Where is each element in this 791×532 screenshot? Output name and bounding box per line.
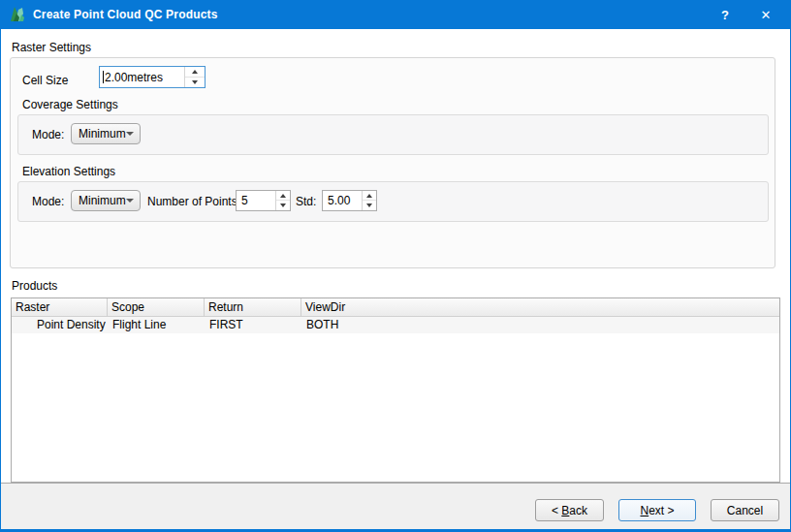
title-bar[interactable]: Create Point Cloud QC Products ? ✕ — [0, 0, 791, 29]
spin-up-button[interactable] — [363, 191, 376, 201]
arrow-up-icon — [192, 70, 198, 74]
cell-raster: Point Density — [12, 317, 108, 333]
spin-up-button[interactable] — [185, 67, 205, 78]
cell-size-label: Cell Size — [22, 74, 68, 87]
products-label: Products — [12, 279, 57, 293]
window-title: Create Point Cloud QC Products — [33, 0, 218, 29]
cancel-button[interactable]: Cancel — [711, 499, 779, 521]
cell-scope: Flight Line — [108, 317, 205, 333]
button-bar: < Back Next > Cancel — [0, 484, 791, 529]
cell-size-spinner — [184, 67, 205, 87]
products-table-header: Raster Scope Return ViewDir — [12, 298, 779, 317]
arrow-up-icon — [366, 194, 372, 198]
arrow-down-icon — [366, 203, 372, 207]
coverage-mode-label: Mode: — [32, 128, 64, 141]
raster-settings-group — [10, 57, 775, 268]
close-button[interactable]: ✕ — [744, 0, 787, 29]
std-input[interactable]: 5.00 — [322, 190, 377, 211]
spin-down-button[interactable] — [185, 78, 205, 88]
std-spinner — [362, 191, 376, 210]
chevron-down-icon — [126, 199, 134, 203]
next-button[interactable]: Next > — [618, 499, 696, 521]
raster-settings-label: Raster Settings — [12, 41, 91, 54]
cell-viewdir: BOTH — [301, 317, 779, 333]
std-label: Std: — [296, 195, 316, 208]
std-text: 5.00 — [323, 191, 362, 210]
number-of-points-text: 5 — [237, 191, 275, 210]
number-of-points-spinner — [275, 191, 290, 210]
arrow-down-icon — [192, 80, 198, 84]
elevation-settings-label: Elevation Settings — [22, 165, 115, 178]
spin-up-button[interactable] — [276, 191, 290, 201]
text-caret — [103, 71, 104, 83]
column-header-return[interactable]: Return — [205, 298, 301, 317]
close-icon: ✕ — [761, 8, 772, 22]
elevation-mode-value: Minimum — [79, 194, 126, 207]
coverage-settings-label: Coverage Settings — [22, 98, 118, 111]
column-header-scope[interactable]: Scope — [108, 298, 205, 317]
back-button[interactable]: < Back — [535, 499, 604, 521]
cell-size-input[interactable]: 2.00metres — [99, 66, 206, 88]
coverage-mode-dropdown[interactable]: Minimum — [71, 123, 141, 144]
arrow-up-icon — [280, 194, 286, 198]
app-icon — [8, 5, 27, 24]
column-header-raster[interactable]: Raster — [12, 298, 108, 317]
spin-down-button[interactable] — [276, 201, 290, 210]
arrow-down-icon — [280, 203, 286, 207]
table-row[interactable]: Point Density Flight Line FIRST BOTH — [12, 317, 779, 333]
create-point-cloud-qc-dialog: Create Point Cloud QC Products ? ✕ Raste… — [0, 0, 791, 532]
help-button[interactable]: ? — [708, 0, 743, 29]
spin-down-button[interactable] — [363, 201, 376, 210]
number-of-points-input[interactable]: 5 — [236, 190, 291, 211]
column-header-viewdir[interactable]: ViewDir — [301, 298, 779, 317]
dialog-body: Raster Settings Cell Size 2.00metres Cov… — [0, 29, 791, 484]
chevron-down-icon — [126, 132, 134, 136]
coverage-mode-value: Minimum — [79, 127, 126, 141]
products-table: Raster Scope Return ViewDir Point Densit… — [11, 297, 780, 483]
cell-size-text: 2.00metres — [100, 67, 184, 87]
cell-return: FIRST — [205, 317, 301, 333]
number-of-points-label: Number of Points: — [147, 195, 240, 208]
elevation-mode-dropdown[interactable]: Minimum — [71, 190, 141, 211]
elevation-mode-label: Mode: — [32, 195, 64, 208]
help-icon: ? — [721, 8, 729, 22]
